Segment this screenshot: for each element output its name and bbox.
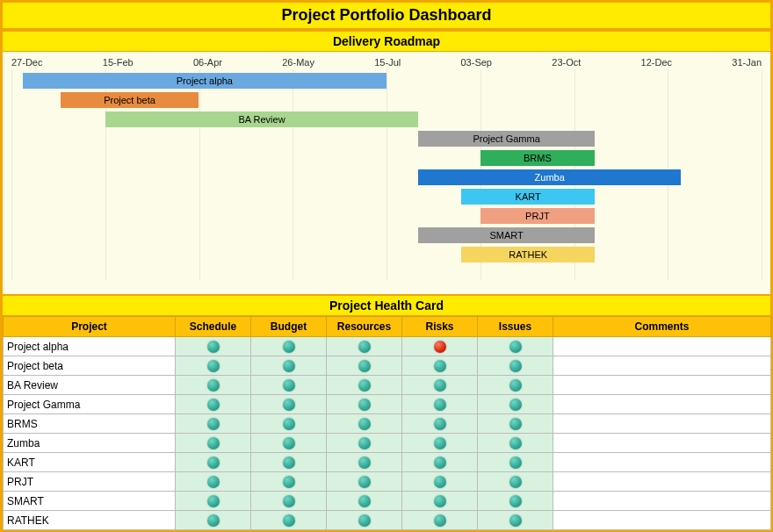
status-green-icon bbox=[434, 495, 446, 507]
table-row: Project Gamma bbox=[4, 395, 771, 414]
status-green-icon bbox=[509, 437, 522, 449]
health-metric-cell bbox=[176, 395, 251, 414]
status-green-icon bbox=[509, 514, 522, 527]
health-metric-cell bbox=[251, 414, 327, 434]
health-column-header: Project bbox=[4, 317, 176, 337]
health-metric-cell bbox=[402, 492, 478, 511]
status-green-icon bbox=[283, 360, 295, 372]
gridline bbox=[199, 69, 200, 280]
health-metric-cell bbox=[327, 492, 402, 511]
status-green-icon bbox=[509, 379, 522, 392]
health-metric-cell bbox=[251, 511, 327, 530]
status-green-icon bbox=[358, 437, 371, 449]
axis-tick: 06-Apr bbox=[193, 57, 222, 68]
health-metric-cell bbox=[402, 511, 478, 530]
project-name-cell: Zumba bbox=[4, 434, 176, 453]
gantt-bar: RATHEK bbox=[461, 247, 595, 262]
status-green-icon bbox=[434, 360, 446, 372]
status-green-icon bbox=[434, 418, 446, 430]
gantt-area: Project alphaProject betaBA ReviewProjec… bbox=[11, 69, 762, 280]
status-green-icon bbox=[358, 476, 371, 488]
gantt-bar: Project alpha bbox=[23, 73, 386, 89]
status-green-icon bbox=[207, 437, 220, 449]
comment-cell[interactable] bbox=[553, 453, 771, 472]
comment-cell[interactable] bbox=[553, 492, 771, 511]
table-row: BRMS bbox=[4, 414, 771, 434]
project-name-cell: Project alpha bbox=[4, 337, 176, 356]
health-metric-cell bbox=[176, 434, 251, 453]
comment-cell[interactable] bbox=[553, 395, 771, 414]
gantt-bar: Project beta bbox=[61, 92, 199, 108]
gridline bbox=[762, 69, 762, 280]
health-metric-cell bbox=[402, 472, 478, 492]
roadmap-title: Delivery Roadmap bbox=[3, 30, 770, 52]
health-metric-cell bbox=[176, 376, 251, 395]
status-green-icon bbox=[509, 457, 522, 469]
status-green-icon bbox=[358, 457, 371, 469]
table-row: SMART bbox=[4, 492, 771, 511]
status-green-icon bbox=[207, 495, 220, 507]
health-metric-cell bbox=[402, 434, 478, 453]
health-metric-cell bbox=[251, 453, 327, 472]
status-green-icon bbox=[509, 495, 522, 507]
health-table: ProjectScheduleBudgetResourcesRisksIssue… bbox=[3, 316, 771, 530]
health-metric-cell bbox=[478, 337, 553, 356]
status-green-icon bbox=[283, 379, 295, 392]
table-row: Zumba bbox=[4, 434, 771, 453]
health-metric-cell bbox=[478, 434, 553, 453]
comment-cell[interactable] bbox=[553, 337, 771, 356]
status-green-icon bbox=[509, 476, 522, 488]
health-metric-cell bbox=[327, 337, 402, 356]
status-green-icon bbox=[207, 399, 220, 411]
comment-cell[interactable] bbox=[553, 414, 771, 434]
status-green-icon bbox=[283, 495, 295, 507]
health-header-row: ProjectScheduleBudgetResourcesRisksIssue… bbox=[4, 317, 771, 337]
status-red-icon bbox=[434, 341, 446, 353]
comment-cell[interactable] bbox=[553, 472, 771, 492]
health-metric-cell bbox=[176, 492, 251, 511]
status-green-icon bbox=[358, 495, 371, 507]
health-metric-cell bbox=[402, 356, 478, 376]
health-metric-cell bbox=[327, 434, 402, 453]
health-metric-cell bbox=[327, 414, 402, 434]
status-green-icon bbox=[207, 341, 220, 353]
status-green-icon bbox=[283, 437, 295, 449]
gridline bbox=[293, 69, 293, 280]
health-metric-cell bbox=[251, 472, 327, 492]
health-metric-cell bbox=[327, 395, 402, 414]
health-column-header: Resources bbox=[327, 317, 402, 337]
status-green-icon bbox=[509, 399, 522, 411]
status-green-icon bbox=[434, 476, 446, 488]
axis-tick: 12-Dec bbox=[641, 57, 672, 68]
gantt-bar: Zumba bbox=[418, 169, 681, 185]
status-green-icon bbox=[509, 418, 522, 430]
health-metric-cell bbox=[327, 472, 402, 492]
status-green-icon bbox=[358, 341, 371, 353]
comment-cell[interactable] bbox=[553, 356, 771, 376]
page-title: Project Portfolio Dashboard bbox=[3, 3, 770, 30]
project-name-cell: Project beta bbox=[4, 356, 176, 376]
axis-tick: 15-Feb bbox=[103, 57, 134, 68]
status-green-icon bbox=[434, 437, 446, 449]
status-green-icon bbox=[509, 341, 522, 353]
comment-cell[interactable] bbox=[553, 376, 771, 395]
gantt-bar: BRMS bbox=[480, 150, 595, 166]
axis-tick: 03-Sep bbox=[461, 57, 492, 68]
status-green-icon bbox=[207, 379, 220, 392]
comment-cell[interactable] bbox=[553, 434, 771, 453]
status-green-icon bbox=[434, 457, 446, 469]
health-metric-cell bbox=[176, 472, 251, 492]
health-column-header: Budget bbox=[251, 317, 327, 337]
health-column-header: Risks bbox=[402, 317, 478, 337]
axis-tick: 26-May bbox=[282, 57, 314, 68]
status-green-icon bbox=[283, 476, 295, 488]
status-green-icon bbox=[358, 399, 371, 411]
health-metric-cell bbox=[251, 356, 327, 376]
status-green-icon bbox=[358, 418, 371, 430]
health-metric-cell bbox=[176, 414, 251, 434]
status-green-icon bbox=[207, 418, 220, 430]
status-green-icon bbox=[434, 514, 446, 527]
health-metric-cell bbox=[478, 472, 553, 492]
gantt-bar: PRJT bbox=[480, 208, 595, 224]
comment-cell[interactable] bbox=[553, 511, 771, 530]
